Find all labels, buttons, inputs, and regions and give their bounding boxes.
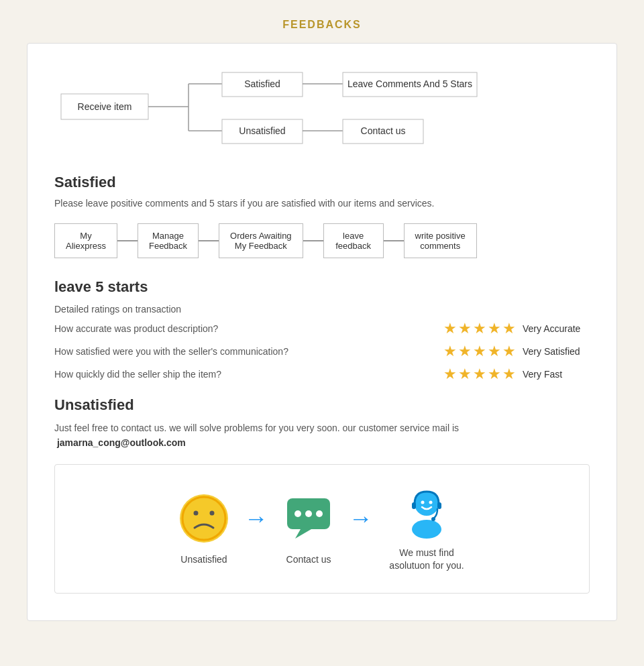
star-1-2: ★ [458,320,472,337]
star-1-5: ★ [502,320,516,337]
svg-point-20 [210,510,215,515]
step-write-positive: write positivecomments [404,223,477,258]
stars-section: leave 5 starts Detailed ratings on trans… [54,278,590,383]
rating-row-3: How quickly did the seller ship the item… [54,366,590,383]
svg-rect-30 [412,502,416,509]
star-3-5: ★ [502,366,516,383]
star-3-1: ★ [443,366,457,383]
page-header: FEEDBACKS [0,0,644,43]
step-flow: MyAliexpress ManageFeedback Orders Await… [54,223,590,258]
svg-text:Leave Comments And 5 Stars: Leave Comments And 5 Stars [347,78,472,89]
svg-point-32 [431,517,435,521]
step-orders-awaiting: Orders AwaitingMy Feedback [219,223,303,258]
step-connector-4 [384,240,404,241]
star-1-1: ★ [443,320,457,337]
star-1-4: ★ [488,320,501,337]
star-2-3: ★ [473,343,486,360]
sad-face-icon [177,492,231,545]
rating-row-2: How satisfied were you with the seller's… [54,343,590,360]
unsatisfied-label: Unsatisfied [180,553,227,567]
satisfied-title: Satisfied [54,174,590,191]
stars-group-1: ★ ★ ★ ★ ★ [443,320,516,337]
rating-question-3: How quickly did the seller ship the item… [54,369,443,380]
unsatisfied-block: Unsatisfied [177,492,231,567]
main-card: Receive item Satisfied Leave Comments An… [27,43,617,621]
step-connector-1 [117,240,138,241]
star-3-3: ★ [473,366,486,383]
ratings-header: Detailed ratings on transaction [54,304,590,315]
stars-group-2: ★ ★ ★ ★ ★ [443,343,516,360]
step-manage-feedback: ManageFeedback [138,223,199,258]
unsatisfied-title: Unsatisfied [54,396,590,414]
step-leave-feedback: leavefeedback [323,223,384,258]
rating-label-3: Very Fast [523,369,590,380]
star-3-2: ★ [458,366,472,383]
arrow-2-icon: → [349,506,373,531]
bottom-card: Unsatisfied → Contact us → [54,464,590,594]
step-connector-2 [199,240,219,241]
star-1-3: ★ [473,320,486,337]
unsatisfied-email: jamarna_cong@outlook.com [57,437,186,448]
page-title: FEEDBACKS [0,19,644,31]
arrow-1-icon: → [244,506,268,531]
contact-block: Contact us [282,492,335,567]
star-2-1: ★ [443,343,457,360]
star-3-4: ★ [488,366,501,383]
svg-text:Receive item: Receive item [78,101,132,112]
stars-group-3: ★ ★ ★ ★ ★ [443,366,516,383]
satisfied-desc: Please leave positive comments and 5 sta… [54,198,590,209]
svg-point-23 [305,510,312,517]
svg-text:Unsatisfied: Unsatisfied [239,125,285,136]
svg-point-17 [181,496,227,541]
svg-point-27 [421,500,425,504]
rating-question-2: How satisfied were you with the seller's… [54,346,443,357]
flow-svg: Receive item Satisfied Leave Comments An… [54,70,591,144]
svg-point-28 [429,500,433,504]
star-2-4: ★ [488,343,501,360]
contact-label: Contact us [286,553,331,567]
rating-label-1: Very Accurate [523,323,590,334]
flow-diagram: Receive item Satisfied Leave Comments An… [54,64,590,154]
step-connector-3 [303,240,323,241]
stars-title: leave 5 starts [54,278,590,296]
solution-label: We must find asolutuon for you. [386,547,467,573]
svg-point-19 [194,510,199,515]
svg-marker-25 [295,529,311,539]
step-my-aliexpress: MyAliexpress [54,223,117,258]
svg-point-22 [294,510,301,517]
chat-bubble-icon [282,492,335,545]
page-wrapper: FEEDBACKS Receive item Satisfied [0,0,644,621]
svg-text:Contact us: Contact us [361,125,406,136]
unsatisfied-desc-text: Just feel free to contact us. we will so… [54,423,459,433]
rating-label-2: Very Satisfied [523,346,590,357]
rating-question-1: How accurate was product description? [54,323,443,334]
svg-point-29 [412,520,441,539]
support-agent-icon [400,485,453,539]
svg-rect-31 [437,502,441,509]
star-2-2: ★ [458,343,472,360]
svg-text:Satisfied: Satisfied [244,78,280,89]
svg-point-24 [316,510,323,517]
rating-row-1: How accurate was product description? ★ … [54,320,590,337]
solution-block: We must find asolutuon for you. [386,485,467,573]
unsatisfied-desc: Just feel free to contact us. we will so… [54,421,590,451]
star-2-5: ★ [502,343,516,360]
